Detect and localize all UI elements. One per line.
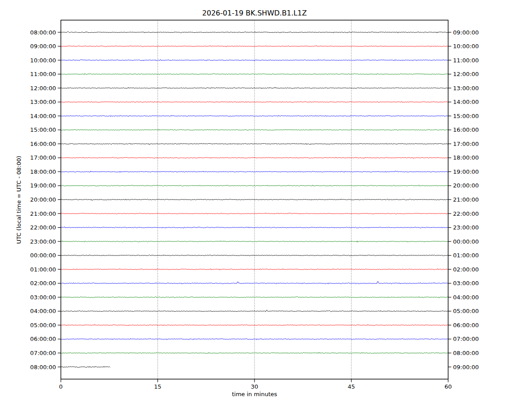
y-tick-left-label: 19:00:00 xyxy=(30,182,56,189)
y-tick-left-label: 01:00:00 xyxy=(30,266,56,273)
y-tick-right-label: 09:00:00 xyxy=(453,364,479,370)
y-tick-left-label: 09:00:00 xyxy=(30,43,56,50)
trace-row xyxy=(61,129,448,130)
y-tick-right-label: 17:00:00 xyxy=(453,141,479,147)
y-tick-left-label: 05:00:00 xyxy=(30,322,56,328)
trace-row xyxy=(61,296,448,298)
trace-row xyxy=(61,325,448,326)
y-tick-left-label: 10:00:00 xyxy=(30,57,56,64)
trace-row xyxy=(61,281,448,284)
y-tick-right-label: 14:00:00 xyxy=(453,99,479,105)
y-tick-right-label: 10:00:00 xyxy=(453,43,479,50)
y-tick-left-label: 07:00:00 xyxy=(30,350,56,356)
plot-title: 2026-01-19 BK.SHWD.B1.L1Z xyxy=(202,9,307,17)
axis-ticks xyxy=(58,32,451,382)
y-tick-right-label: 09:00:00 xyxy=(453,29,479,36)
y-tick-left-label: 04:00:00 xyxy=(30,308,56,314)
y-tick-left-label: 14:00:00 xyxy=(30,113,56,119)
trace-row xyxy=(61,352,448,354)
x-axis-label: time in minutes xyxy=(232,391,277,397)
y-tick-right-label: 00:00:00 xyxy=(453,238,479,245)
y-tick-left-label: 11:00:00 xyxy=(30,71,56,77)
y-tick-right-label: 22:00:00 xyxy=(453,210,479,217)
x-tick-label: 45 xyxy=(347,383,355,390)
y-tick-right-label: 12:00:00 xyxy=(453,71,479,77)
trace-row xyxy=(61,367,110,368)
y-tick-right-label: 07:00:00 xyxy=(453,336,479,342)
trace-row xyxy=(61,213,448,214)
y-tick-right-label: 21:00:00 xyxy=(453,196,479,203)
y-tick-left-label: 08:00:00 xyxy=(30,29,56,36)
trace-row xyxy=(61,88,448,89)
figure: 2026-01-19 BK.SHWD.B1.L1Z UTC (local tim… xyxy=(0,0,509,420)
y-tick-right-label: 06:00:00 xyxy=(453,322,479,328)
y-tick-left-label: 08:00:00 xyxy=(30,364,56,370)
y-tick-right-label: 08:00:00 xyxy=(453,350,479,356)
trace-row xyxy=(61,171,448,172)
y-tick-right-label: 13:00:00 xyxy=(453,85,479,92)
trace-rows xyxy=(61,31,448,367)
y-tick-right-label: 04:00:00 xyxy=(453,294,479,301)
y-tick-left-label: 00:00:00 xyxy=(30,252,56,259)
y-tick-left-label: 13:00:00 xyxy=(30,99,56,105)
y-tick-left-label: 17:00:00 xyxy=(30,154,56,161)
y-tick-right-label: 03:00:00 xyxy=(453,280,479,286)
y-tick-left-label: 21:00:00 xyxy=(30,210,56,217)
x-tick-label: 0 xyxy=(59,383,62,390)
y-tick-left-label: 16:00:00 xyxy=(30,141,56,147)
helicorder-plot: 2026-01-19 BK.SHWD.B1.L1Z UTC (local tim… xyxy=(0,0,509,420)
y-tick-right-label: 15:00:00 xyxy=(453,113,479,119)
y-tick-right-label: 19:00:00 xyxy=(453,168,479,175)
y-tick-left-label: 20:00:00 xyxy=(30,196,56,203)
trace-row xyxy=(61,269,448,270)
y-tick-left-label: 06:00:00 xyxy=(30,336,56,342)
trace-row xyxy=(61,185,448,186)
x-tick-label: 15 xyxy=(154,383,162,390)
y-tick-right-label: 16:00:00 xyxy=(453,126,479,133)
y-tick-left-label: 12:00:00 xyxy=(30,85,56,92)
y-tick-left-label: 18:00:00 xyxy=(30,168,56,175)
trace-row xyxy=(61,31,448,33)
y-tick-right-label: 18:00:00 xyxy=(453,154,479,161)
y-tick-left-label: 03:00:00 xyxy=(30,294,56,301)
y-tick-right-label: 11:00:00 xyxy=(453,57,479,64)
y-tick-right-label: 02:00:00 xyxy=(453,266,479,273)
y-tick-right-label: 05:00:00 xyxy=(453,308,479,314)
x-tick-label: 60 xyxy=(444,383,452,390)
y-tick-left-label: 23:00:00 xyxy=(30,238,56,245)
y-tick-left-label: 15:00:00 xyxy=(30,126,56,133)
x-tick-label: 30 xyxy=(251,383,258,390)
y-tick-right-label: 23:00:00 xyxy=(453,224,479,231)
y-tick-right-label: 01:00:00 xyxy=(453,252,479,259)
y-tick-right-label: 20:00:00 xyxy=(453,182,479,189)
y-axis-label: UTC (local time = UTC - 08:00) xyxy=(15,156,22,244)
y-tick-left-label: 02:00:00 xyxy=(30,280,56,286)
y-tick-left-label: 22:00:00 xyxy=(30,224,56,231)
